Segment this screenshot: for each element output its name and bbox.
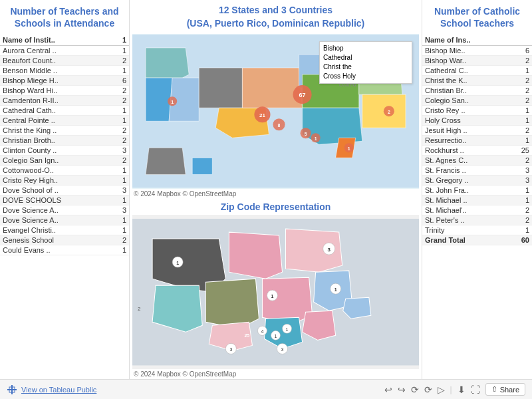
right-school-count: 2 (509, 156, 532, 166)
left-table-row: Evangel Christi..1 (0, 225, 129, 235)
replay-icon[interactable]: ⟳ (424, 384, 432, 395)
left-school-name: Colegio San Ign.. (0, 156, 112, 166)
left-school-name: Bishop Miege H.. (0, 76, 112, 86)
right-school-count: 60 (509, 235, 532, 245)
redo-icon[interactable]: ↪ (398, 384, 406, 395)
share-button[interactable]: ⇧ Share (485, 383, 525, 396)
left-table-row: Bishop Miege H..6 (0, 76, 129, 86)
right-school-count: 3 (509, 176, 532, 186)
left-school-name: Genesis School (0, 235, 112, 245)
right-table-row: Cathedral C..1 (422, 66, 532, 76)
left-table-row: Dove Science A..1 (0, 215, 129, 225)
right-school-name: Holy Cross (422, 116, 509, 126)
play-icon[interactable]: ▷ (438, 384, 445, 395)
right-school-name: Cristo Rey .. (422, 106, 509, 116)
bottom-left[interactable]: View on Tableau Public (7, 384, 96, 395)
zip-title: Zip Code Representation (130, 199, 422, 215)
svg-text:2: 2 (388, 110, 390, 114)
left-table-row: Dove Science A..3 (0, 205, 129, 215)
right-school-name: St. Michael .. (422, 196, 509, 205)
right-school-name: Cathedral C.. (422, 66, 509, 76)
left-school-count: 2 (112, 126, 129, 136)
left-table-row: Central Pointe ..1 (0, 116, 129, 126)
right-table-row: Trinity1 (422, 225, 532, 235)
svg-text:1: 1 (315, 136, 317, 141)
left-school-name: Cathedral Cath.. (0, 106, 112, 116)
download-icon[interactable]: ⬇ (458, 384, 466, 395)
right-school-name: Rockhurst .. (422, 146, 509, 156)
left-school-name: Cottonwood-O.. (0, 166, 112, 176)
right-school-count: 1 (509, 66, 532, 76)
right-col2-header (509, 35, 532, 46)
zip-map: 3 1 1 1 2 25 4 1 1 (132, 215, 419, 369)
right-table-row: Rockhurst ..25 (422, 146, 532, 156)
right-school-count: 2 (509, 215, 532, 225)
svg-text:1: 1 (176, 261, 179, 265)
left-school-name: Beaufort Count.. (0, 56, 112, 66)
right-school-name: St. Michael'.. (422, 205, 509, 215)
left-school-count: 2 (112, 136, 129, 146)
separator: | (450, 385, 452, 394)
left-table-row: Camdenton R-II..2 (0, 96, 129, 106)
left-school-count: 2 (112, 156, 129, 166)
right-school-name: St. Francis .. (422, 166, 509, 176)
tableau-logo-icon (7, 384, 17, 395)
left-school-name: Dove School of .. (0, 186, 112, 196)
svg-text:8: 8 (278, 123, 281, 128)
refresh-icon[interactable]: ⟳ (411, 384, 419, 395)
left-school-count: 2 (112, 235, 129, 245)
left-table-row: Cathedral Cath..1 (0, 106, 129, 116)
right-school-name: Resurrectio.. (422, 136, 509, 146)
middle-title: 12 States and 3 Countries (USA, Puerto R… (130, 0, 422, 34)
right-school-count: 1 (509, 106, 532, 116)
right-table-row: Bishop War..2 (422, 56, 532, 66)
svg-text:1: 1 (286, 327, 289, 332)
left-col2-header: 1 (112, 35, 129, 46)
right-table-row: St. John Fra..1 (422, 186, 532, 196)
right-table-row: Colegio San..2 (422, 96, 532, 106)
right-school-name: Christian Br.. (422, 86, 509, 96)
left-school-name: Dove Science A.. (0, 215, 112, 225)
left-school-count: 1 (112, 196, 129, 205)
right-school-name: St. Agnes C.. (422, 156, 509, 166)
left-school-count: 1 (112, 46, 129, 56)
svg-rect-44 (7, 389, 17, 390)
right-school-count: 2 (509, 86, 532, 96)
right-table-row: Jesuit High ..2 (422, 126, 532, 136)
right-school-count: 2 (509, 205, 532, 215)
right-table-row: St. Michael'..2 (422, 205, 532, 215)
svg-text:5: 5 (305, 132, 307, 136)
map-copyright: © 2024 Mapbox © OpenStreetMap (130, 189, 422, 199)
svg-text:25: 25 (244, 333, 249, 338)
left-header: Number of Teachers and Schools in Attend… (0, 0, 129, 35)
left-school-count: 2 (112, 96, 129, 106)
left-table-row: Cottonwood-O..1 (0, 166, 129, 176)
undo-icon[interactable]: ↩ (384, 384, 392, 395)
left-school-count: 1 (112, 215, 129, 225)
right-school-name: Colegio San.. (422, 96, 509, 106)
right-table: Name of Ins.. Bishop Mie..6Bishop War..2… (422, 35, 532, 379)
left-school-count: 1 (112, 176, 129, 186)
left-school-count: 6 (112, 76, 129, 86)
right-table-row: Cristo Rey ..1 (422, 106, 532, 116)
left-school-count: 2 (112, 56, 129, 66)
left-school-count: 1 (112, 106, 129, 116)
right-school-name: Bishop Mie.. (422, 46, 509, 56)
left-table-row: Christian Broth..2 (0, 136, 129, 146)
right-school-count: 1 (509, 225, 532, 235)
tableau-link[interactable]: View on Tableau Public (21, 386, 96, 394)
right-school-name: St. Peter's .. (422, 215, 509, 225)
expand-icon[interactable]: ⛶ (471, 384, 480, 395)
left-school-count: 1 (112, 66, 129, 76)
left-school-count: 1 (112, 225, 129, 235)
right-school-name: Grand Total (422, 235, 509, 245)
right-school-name: Bishop War.. (422, 56, 509, 66)
left-school-name: DOVE SCHOOLS (0, 196, 112, 205)
left-school-name: Christ the King .. (0, 126, 112, 136)
right-table-row: St. Peter's ..2 (422, 215, 532, 225)
right-school-count: 1 (509, 186, 532, 196)
left-table-row: DOVE SCHOOLS1 (0, 196, 129, 205)
right-school-count: 2 (509, 76, 532, 86)
svg-text:67: 67 (299, 92, 306, 98)
left-table-row: Aurora Central ..1 (0, 46, 129, 56)
